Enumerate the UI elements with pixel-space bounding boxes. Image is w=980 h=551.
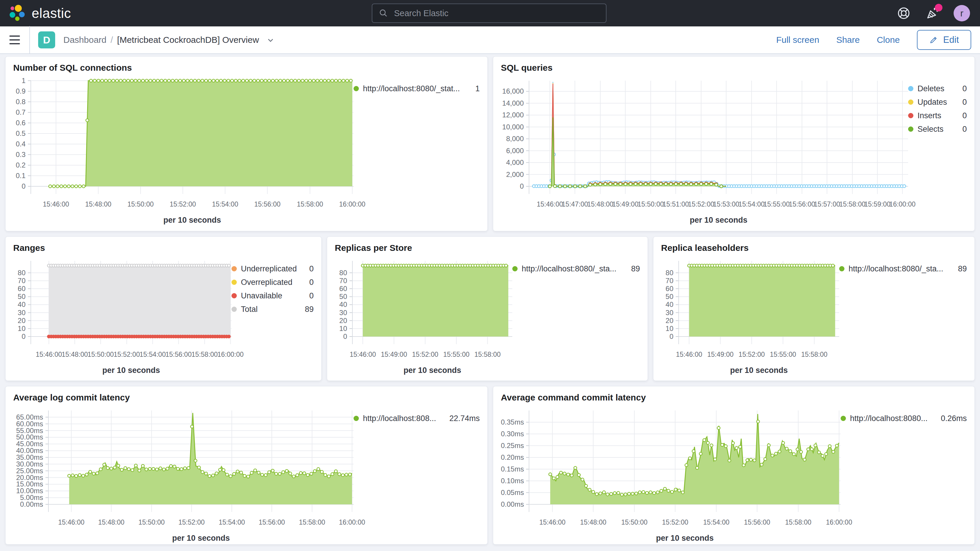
legend-item[interactable]: Inserts0 — [908, 109, 967, 123]
chart-plot-area[interactable] — [529, 411, 841, 514]
legend-dot — [908, 86, 913, 91]
legend-item[interactable]: http://localhost:8080/_sta...89 — [512, 262, 640, 276]
legend-label: Deletes — [918, 84, 945, 93]
legend-dot — [353, 86, 359, 91]
header-center — [105, 3, 873, 23]
chart-legend: http://localhost:8080/_sta...89 — [839, 261, 967, 381]
legend-item[interactable]: Overreplicated0 — [232, 276, 313, 289]
y-axis-tick: 60 — [335, 284, 347, 293]
menu-button[interactable] — [0, 26, 29, 54]
legend-label: Total — [241, 305, 258, 314]
legend-label: Underreplicated — [241, 264, 297, 274]
y-axis-tick: 20 — [335, 316, 347, 325]
y-axis-tick: 0 — [13, 332, 25, 341]
legend-dot — [908, 99, 913, 105]
chart-plot-area[interactable] — [31, 261, 232, 347]
x-axis-tick: 16:00:00 — [204, 350, 257, 359]
y-axis-tick: 0.2 — [13, 161, 25, 170]
breadcrumb-dashboard[interactable]: Dashboard — [64, 35, 107, 45]
chart-plot-area[interactable] — [529, 81, 908, 196]
x-axis-tick: 16:00:00 — [326, 518, 379, 527]
y-axis-tick: 0 — [13, 182, 25, 191]
legend-item[interactable]: Updates0 — [908, 96, 967, 109]
y-axis-tick: 10,000 — [501, 123, 524, 131]
legend-item[interactable]: http://localhost:8080...0.26ms — [841, 412, 967, 425]
edit-button-label: Edit — [943, 35, 959, 45]
legend-dot — [232, 307, 237, 312]
chart-plot-area[interactable] — [352, 261, 512, 347]
breadcrumb-separator: / — [111, 35, 113, 45]
panel-average-command-commit-latency: Average command commit latency 0.00ms0.0… — [493, 386, 975, 545]
chevron-down-icon[interactable] — [266, 35, 275, 44]
y-axis-tick: 10 — [13, 324, 25, 333]
y-axis-tick: 8,000 — [501, 134, 524, 143]
panel-number-of-sql-connections: Number of SQL connections 00.10.20.30.40… — [5, 56, 488, 231]
chart-average-log-commit-latency: 0.00ms5.00ms10.00ms15.00ms20.00ms25.00ms… — [13, 411, 480, 545]
chart-legend: Underreplicated0Overreplicated0Unavailab… — [232, 261, 313, 381]
full-screen-button[interactable]: Full screen — [776, 35, 819, 45]
edit-button[interactable]: Edit — [917, 30, 971, 50]
x-axis-tick: 16:00:00 — [326, 200, 379, 209]
search-input[interactable] — [393, 8, 600, 19]
legend-label: Unavailable — [241, 291, 282, 301]
clone-button[interactable]: Clone — [877, 35, 900, 45]
chart-plot-area[interactable] — [679, 261, 839, 347]
share-button[interactable]: Share — [836, 35, 860, 45]
legend-value: 0.26ms — [937, 414, 967, 423]
legend-item[interactable]: Selects0 — [908, 123, 967, 136]
x-axis-label: per 10 seconds — [679, 366, 839, 375]
global-search[interactable] — [372, 3, 606, 23]
legend-item[interactable]: http://localhost:8080/_stat...1 — [353, 82, 480, 96]
header-right: r — [873, 5, 970, 21]
page-title: [Metricbeat CockroachDB] Overview — [117, 35, 259, 45]
chart-plot-area[interactable] — [48, 411, 353, 514]
legend-value: 89 — [628, 264, 640, 274]
x-axis-tick: 16:00:00 — [876, 200, 929, 209]
legend-dot — [512, 266, 517, 271]
y-axis-tick: 70 — [661, 276, 673, 285]
x-axis-label: per 10 seconds — [31, 366, 232, 375]
y-axis-tick: 0 — [661, 332, 673, 341]
y-axis-tick: 0 — [501, 182, 524, 191]
help-icon[interactable] — [896, 6, 912, 21]
legend-item[interactable]: Deletes0 — [908, 82, 967, 96]
chart-legend: http://localhost:8080/_sta...89 — [512, 261, 640, 381]
legend-item[interactable]: http://localhost:808...22.74ms — [353, 412, 480, 425]
y-axis-tick: 6,000 — [501, 147, 524, 155]
legend-item[interactable]: Underreplicated0 — [232, 262, 313, 276]
panel-title: Average command commit latency — [501, 392, 967, 403]
x-axis-tick: 16:00:00 — [813, 518, 865, 527]
legend-label: http://localhost:8080/_sta... — [522, 264, 616, 274]
y-axis-tick: 40 — [335, 300, 347, 309]
elastic-logo[interactable]: elastic — [8, 4, 105, 22]
breadcrumb: Dashboard / [Metricbeat CockroachDB] Ove… — [64, 35, 275, 45]
legend-label: http://localhost:8080/_stat... — [363, 84, 460, 93]
chart-sql-queries: 02,0004,0006,0008,00010,00012,00014,0001… — [501, 81, 967, 230]
y-axis-tick: 0.3 — [13, 150, 25, 159]
y-axis-tick: 12,000 — [501, 111, 524, 119]
legend-item[interactable]: Total89 — [232, 303, 313, 316]
legend-value: 1 — [472, 84, 480, 93]
y-axis-tick: 80 — [661, 268, 673, 277]
legend-item[interactable]: http://localhost:8080/_sta...89 — [839, 262, 967, 276]
legend-label: http://localhost:8080/_sta... — [848, 264, 943, 274]
y-axis-tick: 70 — [335, 276, 347, 285]
panel-title: Number of SQL connections — [13, 62, 480, 73]
legend-item[interactable]: Unavailable0 — [232, 289, 313, 303]
dashboard-app-icon[interactable]: D — [38, 32, 55, 48]
legend-value: 22.74ms — [446, 414, 480, 423]
chart-plot-area[interactable] — [31, 81, 353, 196]
avatar-initial: r — [960, 8, 964, 19]
user-avatar[interactable]: r — [954, 5, 970, 21]
panel-title: SQL queries — [501, 62, 967, 73]
y-axis-tick: 0.7 — [13, 108, 25, 117]
y-axis-tick: 40 — [661, 300, 673, 309]
panel-title: Ranges — [13, 243, 313, 253]
panel-replicas-per-store: Replicas per Store 0102030405060708015:4… — [327, 236, 648, 381]
legend-value: 0 — [306, 264, 313, 274]
newsfeed-icon[interactable] — [925, 6, 940, 21]
elastic-logo-icon — [8, 4, 26, 22]
toolbar-actions: Full screen Share Clone Edit — [776, 30, 971, 50]
y-axis-tick: 50 — [335, 292, 347, 301]
legend-dot — [232, 280, 237, 285]
